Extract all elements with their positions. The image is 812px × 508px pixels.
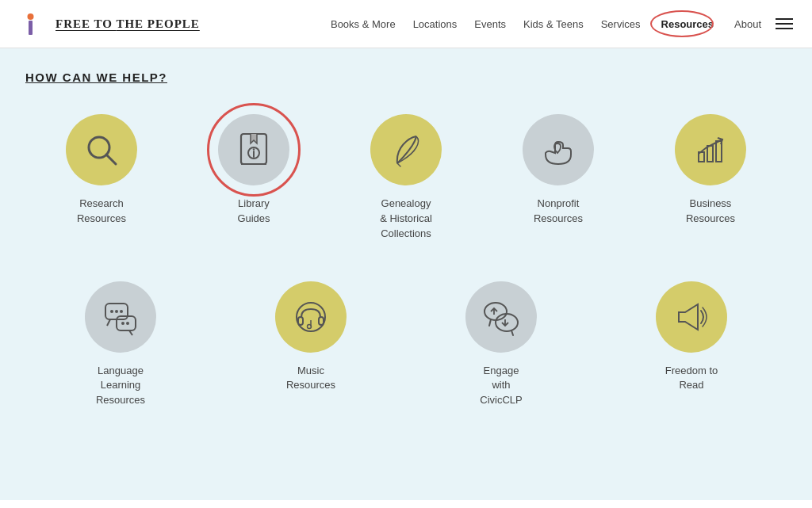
library-guides-label: LibraryGuides	[237, 197, 270, 227]
resource-music[interactable]: MusicResources	[216, 273, 406, 417]
resource-business[interactable]: BusinessResources	[634, 106, 787, 250]
research-icon-circle	[66, 114, 137, 185]
logo-icon	[19, 10, 48, 38]
book-info-icon	[233, 129, 274, 170]
search-icon	[82, 130, 121, 170]
svg-line-9	[397, 163, 400, 166]
svg-point-14	[110, 310, 113, 313]
resource-civic[interactable]: EngagewithCivicCLP	[406, 273, 596, 417]
language-label: LanguageLearningResources	[96, 364, 145, 409]
genealogy-icon-circle	[370, 114, 442, 185]
music-icon	[290, 296, 331, 338]
svg-point-24	[308, 324, 312, 328]
nav-books[interactable]: Books & More	[331, 18, 396, 30]
svg-point-25	[485, 303, 507, 320]
svg-point-16	[120, 310, 123, 313]
svg-point-18	[121, 322, 124, 325]
music-icon-circle	[275, 281, 347, 353]
nonprofit-icon-circle	[523, 114, 594, 185]
resource-nonprofit[interactable]: NonprofitResources	[482, 106, 634, 250]
language-icon-circle	[85, 281, 156, 353]
music-label: MusicResources	[286, 364, 335, 394]
resource-language[interactable]: LanguageLearningResources	[25, 273, 216, 417]
svg-rect-21	[298, 317, 303, 325]
svg-point-26	[496, 314, 518, 331]
feather-icon	[386, 130, 426, 170]
civic-label: EngagewithCivicCLP	[480, 364, 522, 409]
resource-freedom[interactable]: Freedom toRead	[596, 273, 787, 417]
freedom-icon-circle	[656, 281, 727, 353]
resources-row-1: ResearchResources LibraryGuides	[25, 106, 787, 250]
engage-icon	[480, 296, 523, 338]
chart-icon	[691, 130, 730, 170]
civic-icon-circle	[465, 281, 537, 353]
library-guides-icon-circle	[218, 114, 289, 185]
business-icon-circle	[675, 114, 746, 185]
logo-text: FREE TO THE PEOPLE	[56, 17, 200, 31]
resources-row-2: LanguageLearningResources MusicResources	[25, 273, 787, 417]
main-nav: Books & More Locations Events Kids & Tee…	[331, 17, 761, 32]
business-label: BusinessResources	[686, 197, 735, 227]
resource-library-guides[interactable]: LibraryGuides	[178, 106, 330, 250]
logo: FREE TO THE PEOPLE	[19, 10, 200, 38]
svg-point-8	[253, 148, 255, 150]
genealogy-label: Genealogy& HistoricalCollections	[380, 197, 432, 242]
chat-bubbles-icon	[99, 296, 142, 338]
nav-locations[interactable]: Locations	[413, 18, 458, 30]
nav-resources[interactable]: Resources	[658, 17, 717, 32]
freedom-label: Freedom toRead	[665, 364, 718, 394]
nav-services[interactable]: Services	[601, 18, 641, 30]
nav-about[interactable]: About	[734, 18, 761, 30]
hamburger-menu[interactable]	[776, 18, 793, 29]
svg-rect-22	[319, 317, 324, 325]
svg-point-19	[126, 322, 129, 325]
nonprofit-label: NonprofitResources	[534, 197, 583, 227]
resource-genealogy[interactable]: Genealogy& HistoricalCollections	[330, 106, 482, 250]
main-content: HOW CAN WE HELP? ResearchResources	[0, 48, 812, 500]
svg-rect-0	[29, 21, 33, 35]
section-title: HOW CAN WE HELP?	[25, 71, 787, 84]
nav-kids[interactable]: Kids & Teens	[523, 18, 584, 30]
resource-research[interactable]: ResearchResources	[25, 106, 178, 250]
svg-rect-11	[707, 146, 713, 162]
svg-line-3	[106, 155, 116, 164]
header: FREE TO THE PEOPLE Books & More Location…	[0, 0, 812, 48]
megaphone-icon	[671, 296, 712, 338]
heart-hand-icon	[538, 129, 579, 170]
svg-point-1	[28, 13, 34, 20]
svg-point-15	[115, 310, 118, 313]
nav-events[interactable]: Events	[474, 18, 506, 30]
research-label: ResearchResources	[77, 197, 126, 227]
